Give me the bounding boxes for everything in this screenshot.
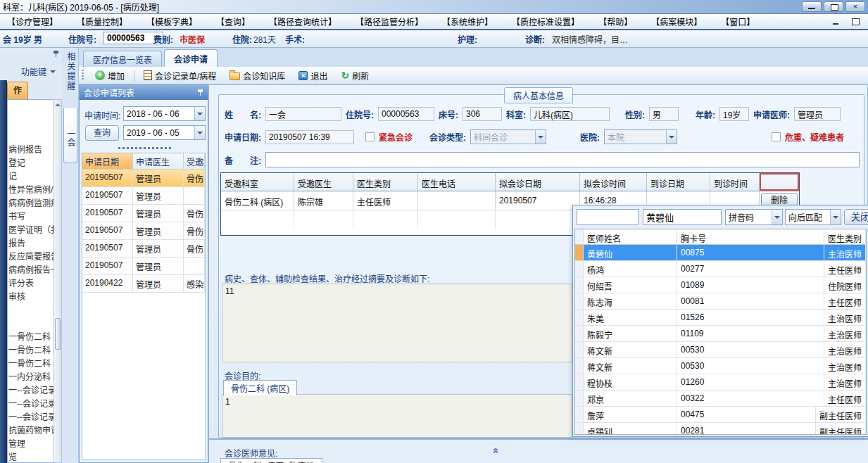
menu-item[interactable]: 【查询】 [216, 15, 250, 27]
column-header-invited[interactable]: 受邀科 [184, 153, 205, 169]
column-header[interactable]: 拟会诊日期 [496, 173, 580, 191]
tab-consult-request[interactable]: 会诊申请 [164, 49, 218, 67]
dept-field[interactable]: 儿科(病区) [530, 107, 610, 121]
sidebar-menu-item[interactable]: 审核 [8, 291, 54, 304]
sidebar-menu-item[interactable]: 一--会诊记录 [8, 411, 54, 424]
dropdown-button[interactable] [830, 210, 841, 224]
sidebar-menu-item[interactable]: 记 [8, 170, 54, 184]
match-mode-select[interactable]: 拼音码 [725, 209, 783, 225]
critical-checkbox[interactable] [772, 132, 781, 141]
menu-item[interactable]: 【帮助】 [598, 15, 632, 27]
remark-input[interactable] [265, 152, 860, 167]
column-header[interactable]: 到诊日期 [647, 173, 710, 191]
sidebar-menu-item[interactable]: 性异常病例/ [8, 184, 54, 197]
sidebar-menu-item[interactable]: 览 [8, 451, 54, 463]
table-row[interactable]: 20190507 管理员 骨伤二 [82, 170, 205, 187]
menu-item[interactable]: 【病案模块】 [651, 15, 702, 27]
column-header[interactable]: 受邀科室 [221, 173, 294, 191]
scroll-up-icon[interactable] [55, 102, 61, 108]
sidebar-menu-item[interactable]: 病例报告 [8, 144, 54, 157]
knowledge-base-button[interactable]: 会诊知识库 [225, 68, 289, 84]
doctor-row[interactable]: 卓锡钊 00281 副主任医师 [575, 423, 866, 435]
table-row[interactable]: 20190507 管理员 [82, 258, 205, 275]
doctor-row[interactable]: 程协枝 01260 主治医师 [575, 374, 866, 391]
menu-item[interactable]: 【系统维护】 [442, 15, 493, 27]
function-keys-dropdown[interactable]: 功能键 [21, 65, 56, 77]
dropdown-button[interactable] [535, 130, 546, 144]
date-to-picker[interactable]: 2019 - 06 - 05 [123, 125, 206, 140]
column-header-doctor[interactable]: 申请医生 [133, 153, 184, 169]
column-header-badge[interactable]: 胸卡号 [677, 229, 824, 244]
column-header[interactable]: 到诊时间 [710, 173, 760, 191]
restore-icon[interactable] [824, 1, 843, 12]
menu-item[interactable]: 【模板字典】 [146, 15, 197, 27]
doctor-row[interactable]: 蒋文新 00530 主治医师 [575, 358, 866, 374]
doctor-row[interactable]: 郑京 00322 主任医师 [575, 391, 866, 407]
doctor-name-input[interactable] [643, 209, 722, 225]
column-header-name[interactable]: 医师姓名 [584, 229, 677, 244]
dropdown-button[interactable] [666, 130, 677, 144]
sidebar-scrollbar[interactable] [54, 99, 62, 463]
close-icon[interactable]: × [845, 1, 865, 12]
sidebar-menu-item[interactable]: 一骨伤二科 (病 [8, 357, 54, 371]
sidebar-menu-item[interactable]: 病病例监测病 [8, 197, 54, 210]
exit-button[interactable]: × 退出 [294, 68, 332, 84]
doctor-row[interactable]: 黄碧仙 00875 主治医师 [575, 245, 866, 261]
menu-item[interactable]: 【诊疗管理】 [7, 15, 58, 27]
table-row[interactable]: 20190422 管理员 感染性 [82, 275, 205, 293]
consult-type-select[interactable]: 科间会诊 [470, 129, 546, 144]
close-button[interactable]: 关闭 [844, 209, 868, 225]
doctor-row[interactable]: 杨鸿 00277 主任医师 [575, 261, 866, 277]
patient-vertical-tab[interactable]: 一会 [63, 108, 77, 163]
purpose-dept-tab[interactable]: 骨伤二科 (病区) [223, 380, 297, 395]
work-tab[interactable]: 作 [7, 82, 28, 99]
ipno-field[interactable]: 00000563 [378, 107, 434, 121]
sidebar-menu-item[interactable]: 登记 [8, 157, 54, 170]
tab-medical-overview[interactable]: 医疗信息一览表 [83, 51, 162, 67]
search-input[interactable] [577, 209, 639, 225]
sidebar-menu-item[interactable]: 病病例报告卡 [8, 264, 54, 277]
refresh-button[interactable]: ↻ 刷新 [336, 68, 373, 84]
column-header[interactable]: 医生电话 [418, 173, 496, 191]
sidebar-menu-item[interactable]: 书写 [8, 210, 54, 224]
sidebar-menu-item[interactable]: 一骨伤二科 (病 [8, 344, 54, 357]
sidebar-menu-item[interactable]: 一--会诊记录 [8, 398, 54, 411]
add-button[interactable]: + 增加 [91, 68, 129, 84]
opinion-dept-tab[interactable]: 骨伤二科 (病区) 陈宗雄 [220, 458, 322, 463]
sidebar-menu-item[interactable]: 医学证明（扌 [8, 224, 54, 237]
sidebar-menu-item[interactable]: 一--会诊记录 [8, 384, 54, 398]
doctor-row[interactable]: 何绍吾 01089 住院医师 [575, 277, 866, 293]
dropdown-button[interactable] [194, 107, 205, 120]
collapse-icon[interactable]: « [491, 448, 503, 453]
match-direction-select[interactable]: 向后匹配 [785, 209, 841, 225]
sidebar-menu-item[interactable]: 一骨伤二科 (病 [8, 331, 54, 344]
applicant-field[interactable]: 管理员 [794, 107, 841, 121]
mdi-restore-icon[interactable] [850, 18, 861, 26]
menu-item[interactable]: 【质量控制】 [77, 15, 127, 27]
column-header-date[interactable]: 申请日期 [82, 153, 133, 169]
menu-item[interactable]: 【路径查询统计】 [269, 15, 336, 27]
doctor-row[interactable]: 詹萍 00475 副主任医师 [575, 407, 866, 423]
pin-icon[interactable] [197, 89, 203, 96]
consult-record-button[interactable]: 会诊记录单/病程 [139, 68, 220, 84]
doctor-row[interactable]: 陈毅宁 01109 主治医师 [575, 326, 866, 342]
query-button[interactable]: 查询 [85, 125, 119, 141]
doctor-row[interactable]: 陈志海 00081 主任医师 [575, 293, 866, 310]
doctor-row[interactable]: 蒋文新 00530 主治医师 [575, 342, 866, 358]
table-row[interactable]: 20190507 管理员 骨伤二 [82, 222, 205, 240]
sidebar-menu-item[interactable]: 一内分泌科 (病 [8, 371, 54, 384]
dropdown-button[interactable] [194, 126, 205, 139]
age-field[interactable]: 19岁 [719, 107, 749, 121]
apply-date-field[interactable]: 20190507 16:39 [265, 130, 354, 144]
column-header[interactable]: 受邀医生 [294, 173, 353, 191]
sidebar-menu-item[interactable]: 报告 [8, 237, 54, 250]
panel-splitter[interactable] [118, 147, 171, 149]
menu-item[interactable]: 【窗口】 [721, 15, 755, 27]
name-field[interactable]: 一会 [265, 107, 341, 121]
table-row[interactable]: 20190507 管理员 [82, 187, 205, 205]
table-row[interactable]: 20190507 管理员 骨伤二 [82, 240, 205, 258]
menu-item[interactable]: 【路径监管分析】 [356, 15, 423, 27]
purpose-textarea[interactable]: 1 [222, 394, 572, 438]
scrollbar-thumb[interactable] [55, 318, 61, 350]
sidebar-menu-item[interactable] [8, 304, 54, 317]
